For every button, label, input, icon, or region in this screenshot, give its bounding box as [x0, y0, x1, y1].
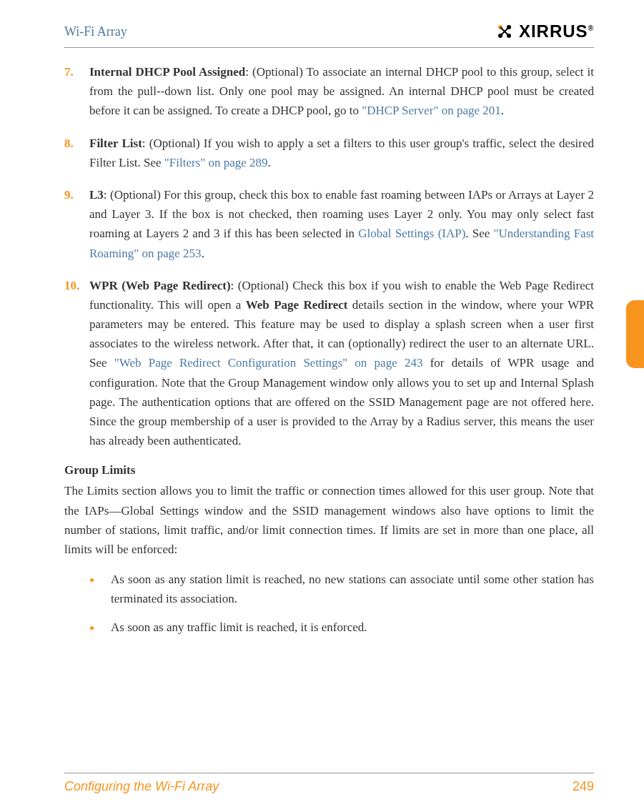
- list-content: WPR (Web Page Redirect): (Optional) Chec…: [89, 276, 594, 451]
- item-text: for details of WPR usage and configurati…: [89, 356, 594, 447]
- item-text: .: [202, 247, 204, 260]
- list-item-9: 9. L3: (Optional) For this group, check …: [64, 185, 594, 263]
- bullet-text: As soon as any traffic limit is reached,…: [111, 618, 594, 637]
- item-bold: Web Page Redirect: [246, 298, 348, 312]
- bullet-icon: ●: [89, 618, 111, 637]
- item-text: . See: [465, 227, 493, 240]
- item-label: L3: [89, 188, 104, 202]
- footer-section-title: Configuring the Wi-Fi Array: [64, 779, 219, 794]
- list-item-7: 7. Internal DHCP Pool Assigned: (Optiona…: [64, 62, 594, 121]
- brand-logo: XIRRUS®: [496, 21, 594, 41]
- item-label: Internal DHCP Pool Assigned: [89, 65, 245, 79]
- list-content: L3: (Optional) For this group, check thi…: [89, 185, 594, 263]
- page-header: Wi-Fi Array XIRRUS®: [64, 21, 594, 48]
- bullet-item: ● As soon as any station limit is reache…: [89, 570, 594, 608]
- footer-page-number: 249: [573, 779, 594, 794]
- logo-registered: ®: [588, 24, 594, 32]
- side-tab-indicator: [626, 300, 644, 368]
- item-text: .: [501, 104, 504, 117]
- list-content: Internal DHCP Pool Assigned: (Optional) …: [89, 62, 594, 121]
- item-label: Filter List: [89, 137, 142, 150]
- link-filters[interactable]: "Filters" on page 289: [164, 156, 268, 169]
- page-footer: Configuring the Wi-Fi Array 249: [64, 773, 594, 794]
- section-heading: Group Limits: [64, 463, 594, 477]
- bullet-icon: ●: [89, 570, 111, 608]
- list-number: 10.: [64, 276, 89, 451]
- list-number: 7.: [64, 62, 89, 121]
- page-container: Wi-Fi Array XIRRUS® 7. Internal DHCP Poo…: [0, 0, 644, 812]
- list-item-8: 8. Filter List: (Optional) If you wish t…: [64, 134, 594, 172]
- item-text: .: [268, 156, 271, 169]
- list-number: 9.: [64, 185, 89, 263]
- bullet-item: ● As soon as any traffic limit is reache…: [89, 618, 594, 637]
- bullet-text: As soon as any station limit is reached,…: [111, 570, 594, 608]
- item-label: WPR (Web Page Redirect): [89, 279, 231, 292]
- link-dhcp-server[interactable]: "DHCP Server" on page 201: [362, 104, 501, 117]
- list-number: 8.: [64, 134, 89, 172]
- list-item-10: 10. WPR (Web Page Redirect): (Optional) …: [64, 276, 594, 451]
- logo-text: XIRRUS®: [519, 21, 594, 41]
- header-title: Wi-Fi Array: [64, 24, 127, 39]
- logo-icon: [496, 23, 517, 40]
- link-wpr-config[interactable]: "Web Page Redirect Configuration Setting…: [114, 356, 423, 370]
- link-global-settings[interactable]: Global Settings (IAP): [358, 227, 465, 240]
- list-content: Filter List: (Optional) If you wish to a…: [89, 134, 594, 172]
- section-paragraph: The Limits section allows you to limit t…: [64, 481, 594, 559]
